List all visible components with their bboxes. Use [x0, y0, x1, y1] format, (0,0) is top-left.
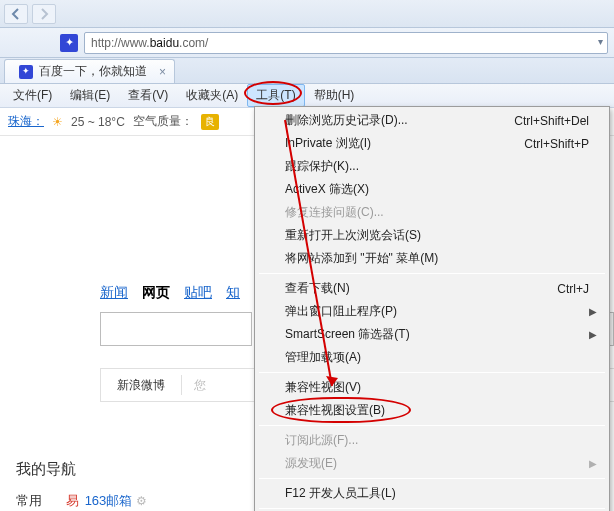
- label: ActiveX 筛选(X): [285, 181, 369, 198]
- menu-reopen-session[interactable]: 重新打开上次浏览会话(S): [257, 224, 607, 247]
- nav-tieba[interactable]: 贴吧: [184, 284, 212, 302]
- label: 将网站添加到 "开始" 菜单(M): [285, 250, 438, 267]
- weather-icon: ☀: [52, 115, 63, 129]
- label: 查看下载(N): [285, 280, 350, 297]
- my-nav-row: 常用 易 163邮箱 ⚙: [16, 492, 147, 510]
- address-bar-row: ✦ http://www.baidu.com/ ▾: [0, 28, 614, 58]
- chevron-right-icon: ▶: [589, 458, 597, 469]
- label: 兼容性视图(V): [285, 379, 361, 396]
- nav-news[interactable]: 新闻: [100, 284, 128, 302]
- menu-tools[interactable]: 工具(T): [247, 84, 304, 107]
- menu-edit[interactable]: 编辑(E): [61, 84, 119, 107]
- chevron-right-icon: ▶: [589, 329, 597, 340]
- mail-link-label: 163邮箱: [85, 493, 133, 508]
- nav-common[interactable]: 常用: [16, 492, 42, 510]
- label: 兼容性视图设置(B): [285, 402, 385, 419]
- tab-bar: ✦ 百度一下，你就知道 ×: [0, 58, 614, 84]
- chevron-right-icon: ▶: [589, 306, 597, 317]
- subbar-hint: 您: [182, 377, 218, 394]
- label: F12 开发人员工具(L): [285, 485, 396, 502]
- back-button[interactable]: [4, 4, 28, 24]
- separator: [259, 372, 605, 373]
- browser-tab[interactable]: ✦ 百度一下，你就知道 ×: [4, 59, 175, 83]
- menu-f12-devtools[interactable]: F12 开发人员工具(L): [257, 482, 607, 505]
- nav-zhidao[interactable]: 知: [226, 284, 240, 302]
- label: 管理加载项(A): [285, 349, 361, 366]
- forward-button[interactable]: [32, 4, 56, 24]
- label: 订阅此源(F)...: [285, 432, 358, 449]
- menu-view-downloads[interactable]: 查看下载(N) Ctrl+J: [257, 277, 607, 300]
- separator: [259, 478, 605, 479]
- separator: [259, 273, 605, 274]
- search-input[interactable]: [100, 312, 252, 346]
- url-host: baidu: [150, 36, 179, 50]
- menu-file[interactable]: 文件(F): [4, 84, 61, 107]
- label: InPrivate 浏览(I): [285, 135, 371, 152]
- nav-web[interactable]: 网页: [142, 284, 170, 302]
- air-quality-badge: 良: [201, 114, 219, 130]
- temperature: 25 ~ 18°C: [71, 115, 125, 129]
- tab-title: 百度一下，你就知道: [39, 63, 147, 80]
- url-suffix: .com/: [179, 36, 208, 50]
- menu-delete-history[interactable]: 删除浏览历史记录(D)... Ctrl+Shift+Del: [257, 109, 607, 132]
- nav-163mail[interactable]: 易 163邮箱 ⚙: [66, 492, 147, 510]
- gear-icon[interactable]: ⚙: [136, 494, 147, 508]
- menu-subscribe-feed: 订阅此源(F)...: [257, 429, 607, 452]
- address-bar[interactable]: http://www.baidu.com/ ▾: [84, 32, 608, 54]
- menu-popup-blocker[interactable]: 弹出窗口阻止程序(P)▶: [257, 300, 607, 323]
- label: 删除浏览历史记录(D)...: [285, 112, 408, 129]
- shortcut: Ctrl+J: [557, 282, 589, 296]
- label: SmartScreen 筛选器(T): [285, 326, 410, 343]
- paw-icon: ✦: [22, 67, 30, 76]
- shortcut: Ctrl+Shift+Del: [514, 114, 589, 128]
- menu-compat-view[interactable]: 兼容性视图(V): [257, 376, 607, 399]
- shortcut: Ctrl+Shift+P: [524, 137, 589, 151]
- url-prefix: http://www.: [91, 36, 150, 50]
- tab-favicon: ✦: [19, 65, 33, 79]
- menu-tools-label: 工具(T): [256, 88, 295, 102]
- baidu-nav-tabs: 新闻 网页 贴吧 知: [100, 284, 240, 302]
- label: 重新打开上次浏览会话(S): [285, 227, 421, 244]
- menu-add-to-start[interactable]: 将网站添加到 "开始" 菜单(M): [257, 247, 607, 270]
- menu-activex-filter[interactable]: ActiveX 筛选(X): [257, 178, 607, 201]
- menu-view[interactable]: 查看(V): [119, 84, 177, 107]
- separator: [259, 425, 605, 426]
- paw-icon: ✦: [65, 37, 74, 48]
- url-dropdown-icon[interactable]: ▾: [598, 36, 603, 47]
- site-favicon: ✦: [60, 34, 78, 52]
- menu-tracking-protection[interactable]: 跟踪保护(K)...: [257, 155, 607, 178]
- menu-manage-addons[interactable]: 管理加载项(A): [257, 346, 607, 369]
- menu-help[interactable]: 帮助(H): [305, 84, 364, 107]
- menu-feed-discovery: 源发现(E)▶: [257, 452, 607, 475]
- separator: [259, 508, 605, 509]
- search-wrap: [100, 312, 252, 346]
- label: 跟踪保护(K)...: [285, 158, 359, 175]
- menu-compat-view-settings[interactable]: 兼容性视图设置(B): [257, 399, 607, 422]
- city-link[interactable]: 珠海：: [8, 113, 44, 130]
- label: 弹出窗口阻止程序(P): [285, 303, 397, 320]
- window-titlebar: [0, 0, 614, 28]
- my-nav-heading: 我的导航: [16, 460, 76, 479]
- label: 修复连接问题(C)...: [285, 204, 384, 221]
- menu-smartscreen[interactable]: SmartScreen 筛选器(T)▶: [257, 323, 607, 346]
- menu-favorites[interactable]: 收藏夹(A): [177, 84, 247, 107]
- mail-icon: 易: [66, 493, 79, 508]
- air-quality-label: 空气质量：: [133, 113, 193, 130]
- menu-inprivate[interactable]: InPrivate 浏览(I) Ctrl+Shift+P: [257, 132, 607, 155]
- tab-close-icon[interactable]: ×: [159, 65, 166, 79]
- tools-dropdown: 删除浏览历史记录(D)... Ctrl+Shift+Del InPrivate …: [254, 106, 610, 511]
- label: 源发现(E): [285, 455, 337, 472]
- menu-fix-connection: 修复连接问题(C)...: [257, 201, 607, 224]
- subbar-weibo[interactable]: 新浪微博: [101, 377, 181, 394]
- menu-bar: 文件(F) 编辑(E) 查看(V) 收藏夹(A) 工具(T) 帮助(H): [0, 84, 614, 108]
